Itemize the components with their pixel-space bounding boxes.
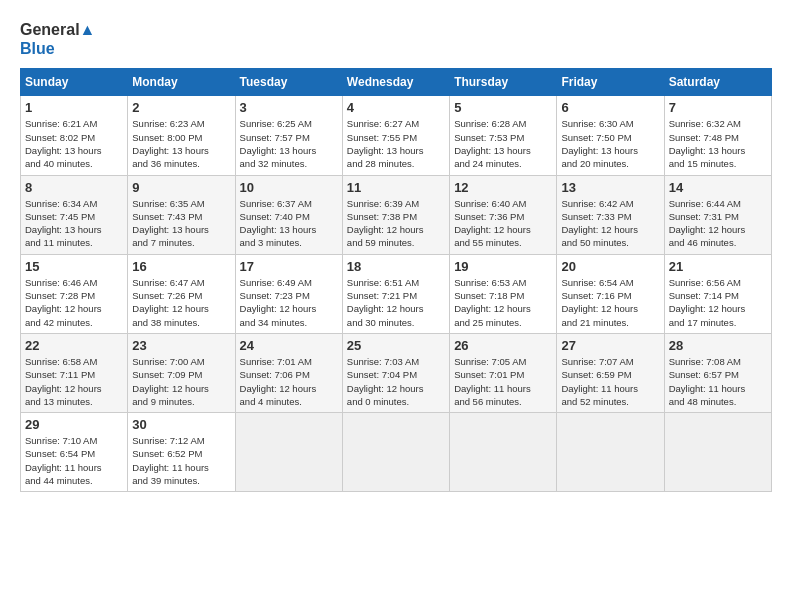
calendar-cell: 8Sunrise: 6:34 AM Sunset: 7:45 PM Daylig… — [21, 175, 128, 254]
day-number: 16 — [132, 259, 230, 274]
calendar-cell: 25Sunrise: 7:03 AM Sunset: 7:04 PM Dayli… — [342, 333, 449, 412]
calendar-cell: 17Sunrise: 6:49 AM Sunset: 7:23 PM Dayli… — [235, 254, 342, 333]
day-number: 4 — [347, 100, 445, 115]
day-info: Sunrise: 6:42 AM Sunset: 7:33 PM Dayligh… — [561, 197, 659, 250]
day-number: 19 — [454, 259, 552, 274]
day-info: Sunrise: 6:23 AM Sunset: 8:00 PM Dayligh… — [132, 117, 230, 170]
day-number: 2 — [132, 100, 230, 115]
day-info: Sunrise: 6:54 AM Sunset: 7:16 PM Dayligh… — [561, 276, 659, 329]
day-number: 14 — [669, 180, 767, 195]
day-info: Sunrise: 7:03 AM Sunset: 7:04 PM Dayligh… — [347, 355, 445, 408]
page-header: General▲ Blue — [20, 20, 772, 58]
day-info: Sunrise: 6:25 AM Sunset: 7:57 PM Dayligh… — [240, 117, 338, 170]
calendar-cell: 14Sunrise: 6:44 AM Sunset: 7:31 PM Dayli… — [664, 175, 771, 254]
day-info: Sunrise: 7:12 AM Sunset: 6:52 PM Dayligh… — [132, 434, 230, 487]
day-number: 11 — [347, 180, 445, 195]
day-info: Sunrise: 6:47 AM Sunset: 7:26 PM Dayligh… — [132, 276, 230, 329]
day-info: Sunrise: 6:49 AM Sunset: 7:23 PM Dayligh… — [240, 276, 338, 329]
day-number: 26 — [454, 338, 552, 353]
calendar-cell: 22Sunrise: 6:58 AM Sunset: 7:11 PM Dayli… — [21, 333, 128, 412]
day-info: Sunrise: 6:53 AM Sunset: 7:18 PM Dayligh… — [454, 276, 552, 329]
calendar-cell: 2Sunrise: 6:23 AM Sunset: 8:00 PM Daylig… — [128, 96, 235, 175]
day-number: 25 — [347, 338, 445, 353]
day-number: 1 — [25, 100, 123, 115]
weekday-header-thursday: Thursday — [450, 69, 557, 96]
day-number: 27 — [561, 338, 659, 353]
calendar-cell: 26Sunrise: 7:05 AM Sunset: 7:01 PM Dayli… — [450, 333, 557, 412]
day-info: Sunrise: 6:32 AM Sunset: 7:48 PM Dayligh… — [669, 117, 767, 170]
calendar-cell: 15Sunrise: 6:46 AM Sunset: 7:28 PM Dayli… — [21, 254, 128, 333]
calendar-cell: 29Sunrise: 7:10 AM Sunset: 6:54 PM Dayli… — [21, 413, 128, 492]
calendar-cell: 10Sunrise: 6:37 AM Sunset: 7:40 PM Dayli… — [235, 175, 342, 254]
day-info: Sunrise: 6:27 AM Sunset: 7:55 PM Dayligh… — [347, 117, 445, 170]
day-number: 10 — [240, 180, 338, 195]
calendar-cell: 6Sunrise: 6:30 AM Sunset: 7:50 PM Daylig… — [557, 96, 664, 175]
day-info: Sunrise: 6:35 AM Sunset: 7:43 PM Dayligh… — [132, 197, 230, 250]
calendar-cell: 23Sunrise: 7:00 AM Sunset: 7:09 PM Dayli… — [128, 333, 235, 412]
calendar-cell: 1Sunrise: 6:21 AM Sunset: 8:02 PM Daylig… — [21, 96, 128, 175]
day-number: 17 — [240, 259, 338, 274]
day-number: 8 — [25, 180, 123, 195]
calendar-week-row: 8Sunrise: 6:34 AM Sunset: 7:45 PM Daylig… — [21, 175, 772, 254]
day-info: Sunrise: 6:46 AM Sunset: 7:28 PM Dayligh… — [25, 276, 123, 329]
weekday-header-monday: Monday — [128, 69, 235, 96]
calendar-cell: 21Sunrise: 6:56 AM Sunset: 7:14 PM Dayli… — [664, 254, 771, 333]
day-number: 23 — [132, 338, 230, 353]
day-info: Sunrise: 7:10 AM Sunset: 6:54 PM Dayligh… — [25, 434, 123, 487]
day-info: Sunrise: 6:21 AM Sunset: 8:02 PM Dayligh… — [25, 117, 123, 170]
calendar-cell: 27Sunrise: 7:07 AM Sunset: 6:59 PM Dayli… — [557, 333, 664, 412]
weekday-header-row: SundayMondayTuesdayWednesdayThursdayFrid… — [21, 69, 772, 96]
day-number: 6 — [561, 100, 659, 115]
calendar-cell: 24Sunrise: 7:01 AM Sunset: 7:06 PM Dayli… — [235, 333, 342, 412]
day-number: 29 — [25, 417, 123, 432]
calendar-week-row: 22Sunrise: 6:58 AM Sunset: 7:11 PM Dayli… — [21, 333, 772, 412]
day-number: 13 — [561, 180, 659, 195]
day-info: Sunrise: 7:08 AM Sunset: 6:57 PM Dayligh… — [669, 355, 767, 408]
day-number: 22 — [25, 338, 123, 353]
calendar-cell: 13Sunrise: 6:42 AM Sunset: 7:33 PM Dayli… — [557, 175, 664, 254]
day-number: 3 — [240, 100, 338, 115]
day-number: 7 — [669, 100, 767, 115]
calendar-cell: 30Sunrise: 7:12 AM Sunset: 6:52 PM Dayli… — [128, 413, 235, 492]
calendar-cell: 11Sunrise: 6:39 AM Sunset: 7:38 PM Dayli… — [342, 175, 449, 254]
day-info: Sunrise: 6:56 AM Sunset: 7:14 PM Dayligh… — [669, 276, 767, 329]
calendar-cell: 5Sunrise: 6:28 AM Sunset: 7:53 PM Daylig… — [450, 96, 557, 175]
day-info: Sunrise: 6:30 AM Sunset: 7:50 PM Dayligh… — [561, 117, 659, 170]
weekday-header-saturday: Saturday — [664, 69, 771, 96]
day-info: Sunrise: 6:40 AM Sunset: 7:36 PM Dayligh… — [454, 197, 552, 250]
day-number: 30 — [132, 417, 230, 432]
day-info: Sunrise: 6:51 AM Sunset: 7:21 PM Dayligh… — [347, 276, 445, 329]
weekday-header-sunday: Sunday — [21, 69, 128, 96]
day-info: Sunrise: 7:07 AM Sunset: 6:59 PM Dayligh… — [561, 355, 659, 408]
calendar-cell: 19Sunrise: 6:53 AM Sunset: 7:18 PM Dayli… — [450, 254, 557, 333]
day-number: 20 — [561, 259, 659, 274]
day-number: 18 — [347, 259, 445, 274]
calendar-cell: 9Sunrise: 6:35 AM Sunset: 7:43 PM Daylig… — [128, 175, 235, 254]
calendar-cell: 28Sunrise: 7:08 AM Sunset: 6:57 PM Dayli… — [664, 333, 771, 412]
calendar-cell — [235, 413, 342, 492]
calendar-cell: 16Sunrise: 6:47 AM Sunset: 7:26 PM Dayli… — [128, 254, 235, 333]
weekday-header-wednesday: Wednesday — [342, 69, 449, 96]
day-info: Sunrise: 7:05 AM Sunset: 7:01 PM Dayligh… — [454, 355, 552, 408]
logo-text: General▲ Blue — [20, 20, 95, 58]
day-number: 28 — [669, 338, 767, 353]
day-info: Sunrise: 6:28 AM Sunset: 7:53 PM Dayligh… — [454, 117, 552, 170]
calendar-cell — [664, 413, 771, 492]
day-number: 12 — [454, 180, 552, 195]
day-info: Sunrise: 7:00 AM Sunset: 7:09 PM Dayligh… — [132, 355, 230, 408]
calendar-cell: 20Sunrise: 6:54 AM Sunset: 7:16 PM Dayli… — [557, 254, 664, 333]
weekday-header-friday: Friday — [557, 69, 664, 96]
calendar-week-row: 1Sunrise: 6:21 AM Sunset: 8:02 PM Daylig… — [21, 96, 772, 175]
calendar-table: SundayMondayTuesdayWednesdayThursdayFrid… — [20, 68, 772, 492]
day-info: Sunrise: 7:01 AM Sunset: 7:06 PM Dayligh… — [240, 355, 338, 408]
day-number: 15 — [25, 259, 123, 274]
day-number: 24 — [240, 338, 338, 353]
day-info: Sunrise: 6:39 AM Sunset: 7:38 PM Dayligh… — [347, 197, 445, 250]
day-number: 21 — [669, 259, 767, 274]
calendar-cell — [557, 413, 664, 492]
calendar-cell: 12Sunrise: 6:40 AM Sunset: 7:36 PM Dayli… — [450, 175, 557, 254]
day-info: Sunrise: 6:58 AM Sunset: 7:11 PM Dayligh… — [25, 355, 123, 408]
day-number: 5 — [454, 100, 552, 115]
calendar-week-row: 29Sunrise: 7:10 AM Sunset: 6:54 PM Dayli… — [21, 413, 772, 492]
day-info: Sunrise: 6:37 AM Sunset: 7:40 PM Dayligh… — [240, 197, 338, 250]
